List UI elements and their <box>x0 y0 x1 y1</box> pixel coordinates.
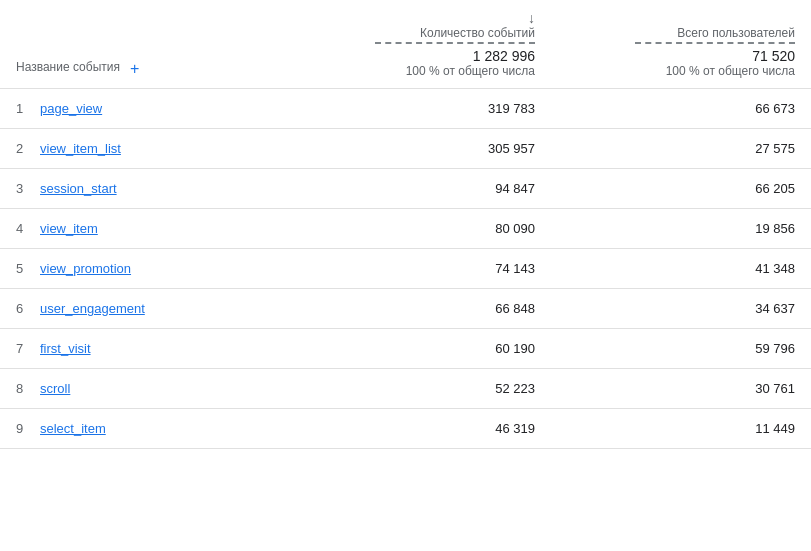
row-events-count: 74 143 <box>291 249 551 289</box>
row-event-name[interactable]: user_engagement <box>36 289 291 329</box>
table-row: 1page_view319 78366 673 <box>0 89 811 129</box>
row-events-count: 80 090 <box>291 209 551 249</box>
event-name-link[interactable]: first_visit <box>40 341 91 356</box>
table-row: 6user_engagement66 84834 637 <box>0 289 811 329</box>
event-name-link[interactable]: session_start <box>40 181 117 196</box>
users-column-header: Всего пользователей 71 520 100 % от обще… <box>551 0 811 89</box>
add-column-icon[interactable]: + <box>130 60 139 78</box>
row-users-count: 59 796 <box>551 329 811 369</box>
row-rank: 3 <box>0 169 36 209</box>
event-name-link[interactable]: user_engagement <box>40 301 145 316</box>
row-users-count: 19 856 <box>551 209 811 249</box>
events-total-value: 1 282 996 <box>473 48 535 64</box>
events-percent-label: 100 % от общего числа <box>406 64 535 78</box>
users-total-value: 71 520 <box>752 48 795 64</box>
row-events-count: 46 319 <box>291 409 551 449</box>
row-events-count: 319 783 <box>291 89 551 129</box>
table-row: 7first_visit60 19059 796 <box>0 329 811 369</box>
row-rank: 9 <box>0 409 36 449</box>
sort-icon[interactable]: ↓ <box>528 10 535 26</box>
table-row: 9select_item46 31911 449 <box>0 409 811 449</box>
row-event-name[interactable]: page_view <box>36 89 291 129</box>
row-event-name[interactable]: view_item <box>36 209 291 249</box>
row-users-count: 30 761 <box>551 369 811 409</box>
row-users-count: 66 205 <box>551 169 811 209</box>
users-dashes-decoration <box>635 42 795 44</box>
row-event-name[interactable]: scroll <box>36 369 291 409</box>
event-name-link[interactable]: scroll <box>40 381 70 396</box>
event-name-link[interactable]: view_item_list <box>40 141 121 156</box>
row-rank: 4 <box>0 209 36 249</box>
row-rank: 1 <box>0 89 36 129</box>
table-row: 4view_item80 09019 856 <box>0 209 811 249</box>
row-users-count: 27 575 <box>551 129 811 169</box>
row-rank: 7 <box>0 329 36 369</box>
name-column-header: Название события + <box>0 0 291 89</box>
event-name-link[interactable]: view_promotion <box>40 261 131 276</box>
table-row: 5view_promotion74 14341 348 <box>0 249 811 289</box>
row-users-count: 41 348 <box>551 249 811 289</box>
row-users-count: 66 673 <box>551 89 811 129</box>
row-event-name[interactable]: select_item <box>36 409 291 449</box>
event-name-link[interactable]: view_item <box>40 221 98 236</box>
row-rank: 8 <box>0 369 36 409</box>
row-events-count: 52 223 <box>291 369 551 409</box>
row-rank: 6 <box>0 289 36 329</box>
events-column-label: Количество событий <box>420 26 535 40</box>
row-events-count: 94 847 <box>291 169 551 209</box>
event-name-link[interactable]: page_view <box>40 101 102 116</box>
row-rank: 5 <box>0 249 36 289</box>
row-event-name[interactable]: view_promotion <box>36 249 291 289</box>
events-table: Название события + ↓ Количество событий … <box>0 0 811 449</box>
table-row: 8scroll52 22330 761 <box>0 369 811 409</box>
row-event-name[interactable]: first_visit <box>36 329 291 369</box>
row-event-name[interactable]: view_item_list <box>36 129 291 169</box>
users-column-label: Всего пользователей <box>677 26 795 40</box>
row-events-count: 66 848 <box>291 289 551 329</box>
events-column-header: ↓ Количество событий 1 282 996 100 % от … <box>291 0 551 89</box>
events-dashes-decoration <box>375 42 535 44</box>
event-name-link[interactable]: select_item <box>40 421 106 436</box>
row-events-count: 305 957 <box>291 129 551 169</box>
users-percent-label: 100 % от общего числа <box>666 64 795 78</box>
row-events-count: 60 190 <box>291 329 551 369</box>
table-row: 3session_start94 84766 205 <box>0 169 811 209</box>
table-row: 2view_item_list305 95727 575 <box>0 129 811 169</box>
header-row: Название события + ↓ Количество событий … <box>0 0 811 89</box>
row-rank: 2 <box>0 129 36 169</box>
row-users-count: 34 637 <box>551 289 811 329</box>
name-column-label: Название события <box>16 60 120 74</box>
row-users-count: 11 449 <box>551 409 811 449</box>
row-event-name[interactable]: session_start <box>36 169 291 209</box>
